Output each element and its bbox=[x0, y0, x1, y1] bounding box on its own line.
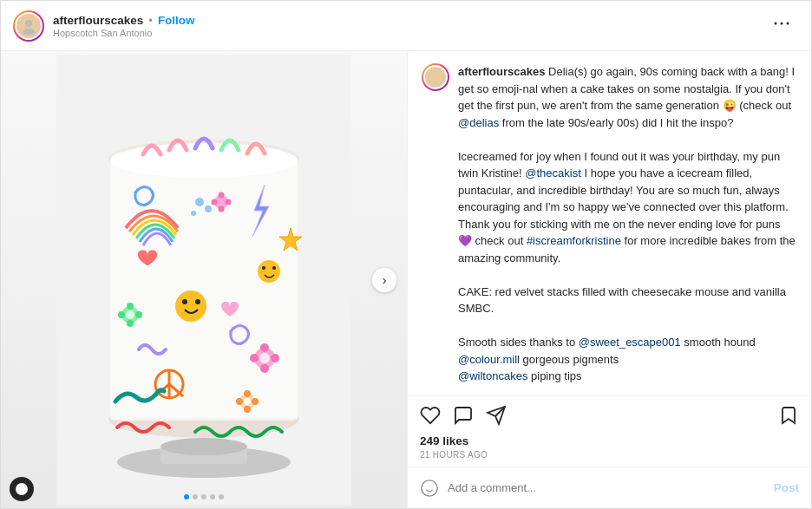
svg-point-16 bbox=[182, 299, 187, 304]
image-dots bbox=[184, 494, 224, 499]
hashtag-iscream[interactable]: #iscreamforkristine bbox=[527, 234, 621, 247]
comment-input[interactable] bbox=[448, 481, 774, 494]
next-image-button[interactable]: › bbox=[372, 268, 396, 292]
svg-point-29 bbox=[271, 354, 279, 362]
svg-point-19 bbox=[262, 266, 265, 270]
svg-point-43 bbox=[205, 206, 212, 212]
svg-point-38 bbox=[219, 192, 225, 198]
svg-point-2 bbox=[775, 23, 777, 25]
post-container: afterflourscakes • Follow Hopscotch San … bbox=[0, 0, 812, 509]
svg-point-26 bbox=[260, 343, 269, 352]
svg-point-4 bbox=[787, 23, 789, 25]
svg-point-46 bbox=[244, 390, 251, 397]
svg-point-15 bbox=[175, 290, 206, 322]
svg-point-48 bbox=[236, 398, 243, 405]
header-username[interactable]: afterflourscakes bbox=[53, 14, 143, 27]
viewer-avatar-icon bbox=[16, 483, 28, 495]
svg-point-54 bbox=[422, 480, 437, 495]
caption-area: afterflourscakes Delia(s) go again, 90s … bbox=[408, 51, 811, 395]
avatar-image bbox=[15, 12, 43, 40]
caption-para2: Icecreamed for joy when I found out it w… bbox=[458, 150, 796, 264]
svg-point-40 bbox=[212, 199, 218, 205]
caption-avatar-image bbox=[423, 65, 448, 89]
header-top-row: afterflourscakes • Follow bbox=[53, 14, 764, 27]
svg-point-39 bbox=[219, 206, 225, 212]
mention-delias[interactable]: @delias bbox=[458, 116, 499, 129]
like-button[interactable] bbox=[420, 405, 441, 426]
svg-point-42 bbox=[195, 198, 204, 206]
dot-5 bbox=[219, 494, 224, 499]
dot-3 bbox=[201, 494, 206, 499]
svg-point-3 bbox=[781, 23, 783, 25]
svg-rect-12 bbox=[110, 160, 298, 419]
mention-sweet-escape[interactable]: @sweet_escape001 bbox=[579, 336, 681, 349]
svg-point-17 bbox=[195, 299, 200, 304]
svg-point-13 bbox=[110, 143, 298, 178]
viewer-avatar bbox=[10, 477, 34, 501]
dot-separator: • bbox=[148, 14, 153, 27]
user-avatar[interactable] bbox=[13, 10, 44, 42]
post-image-area: › bbox=[1, 51, 407, 508]
likes-section: 249 likes bbox=[408, 429, 811, 450]
caption-avatar[interactable] bbox=[422, 63, 449, 91]
svg-point-34 bbox=[118, 311, 125, 318]
svg-point-18 bbox=[258, 260, 280, 283]
svg-point-44 bbox=[191, 211, 196, 216]
dot-1 bbox=[184, 494, 189, 499]
post-header: afterflourscakes • Follow Hopscotch San … bbox=[1, 1, 811, 51]
svg-point-41 bbox=[226, 199, 232, 205]
comment-button[interactable] bbox=[453, 405, 474, 426]
likes-count[interactable]: 249 likes bbox=[420, 434, 468, 447]
svg-point-49 bbox=[252, 398, 259, 405]
svg-point-8 bbox=[160, 438, 247, 455]
dot-4 bbox=[210, 494, 215, 499]
follow-button[interactable]: Follow bbox=[158, 14, 195, 27]
share-button[interactable] bbox=[486, 405, 507, 426]
svg-point-33 bbox=[127, 320, 134, 327]
svg-point-27 bbox=[260, 364, 269, 373]
caption-para3: CAKE: red velvet stacks filled with chee… bbox=[458, 285, 786, 316]
svg-point-47 bbox=[244, 406, 251, 413]
location-text: Hopscotch San Antonio bbox=[53, 28, 764, 38]
mention-thecakist[interactable]: @thecakist bbox=[525, 166, 581, 179]
svg-point-35 bbox=[135, 311, 142, 318]
bookmark-button[interactable] bbox=[778, 405, 799, 426]
mention-wilton[interactable]: @wiltoncakes bbox=[458, 369, 527, 382]
action-icons bbox=[420, 405, 799, 426]
svg-point-36 bbox=[126, 310, 134, 319]
caption-text: afterflourscakes Delia(s) go again, 90s … bbox=[458, 63, 797, 385]
emoji-button[interactable] bbox=[420, 479, 439, 498]
svg-point-0 bbox=[25, 20, 32, 27]
svg-point-20 bbox=[272, 266, 276, 270]
svg-point-30 bbox=[259, 353, 270, 363]
caption-username[interactable]: afterflourscakes bbox=[458, 65, 545, 78]
cake-image bbox=[1, 51, 407, 508]
post-right-panel: afterflourscakes Delia(s) go again, 90s … bbox=[407, 51, 811, 508]
svg-point-28 bbox=[250, 354, 259, 362]
comment-input-area: Post bbox=[408, 467, 811, 508]
svg-point-32 bbox=[127, 303, 134, 310]
caption-header: afterflourscakes Delia(s) go again, 90s … bbox=[422, 63, 797, 385]
header-info: afterflourscakes • Follow Hopscotch San … bbox=[53, 14, 764, 38]
svg-point-50 bbox=[244, 398, 251, 405]
post-comment-button[interactable]: Post bbox=[774, 481, 799, 494]
more-options-button[interactable] bbox=[764, 10, 799, 42]
mention-colour-mill[interactable]: @colour.mill bbox=[458, 353, 520, 366]
caption-para4: Smooth sides thanks to @sweet_escape001 … bbox=[458, 336, 756, 382]
timestamp: 21 HOURS AGO bbox=[408, 450, 811, 467]
action-bar bbox=[408, 395, 811, 429]
dot-2 bbox=[193, 494, 198, 499]
post-main: › aft bbox=[1, 51, 811, 508]
svg-point-1 bbox=[23, 29, 35, 35]
